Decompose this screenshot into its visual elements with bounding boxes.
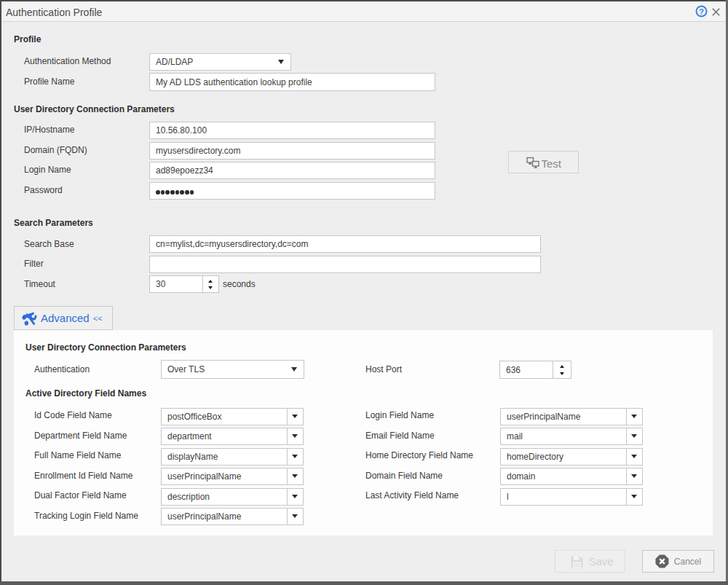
svg-text:?: ? (699, 7, 704, 16)
